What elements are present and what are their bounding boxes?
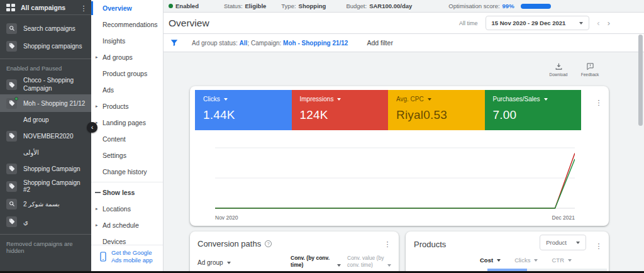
content-area: Download Feedback Clicks 1.44K Impressio… xyxy=(164,53,644,271)
caret-down-icon xyxy=(534,259,538,262)
tag-icon xyxy=(6,181,17,192)
nav-item-settings[interactable]: Settings xyxy=(91,147,163,164)
campaign-item-moh-selected[interactable]: Moh - Shopping 21/12 xyxy=(0,94,91,112)
sidebar-item-shopping-campaigns[interactable]: Shopping campaigns xyxy=(0,37,91,55)
chart-card-kebab-icon[interactable] xyxy=(595,96,602,108)
campaign-item-shopping-campaign[interactable]: Shopping Campaign xyxy=(0,160,91,177)
col-cost[interactable]: Cost xyxy=(480,257,501,264)
tag-icon xyxy=(6,131,17,142)
metric-tile-purchases[interactable]: Purchases/Sales 7.00 xyxy=(485,90,582,130)
filter-label: Campaign: xyxy=(251,40,281,47)
caret-down-icon xyxy=(227,262,231,264)
show-less-button[interactable]: Show less xyxy=(91,184,163,201)
conv-metric-secondary[interactable]: Conv. value (by conv. time) xyxy=(347,255,391,269)
col-label: Cost xyxy=(480,257,493,264)
removed-campaigns-note: Removed campaigns are hidden xyxy=(0,235,91,260)
add-filter-button[interactable]: Add filter xyxy=(367,39,392,47)
nav-label: Ad schedule xyxy=(103,221,139,229)
conv-metric-primary[interactable]: Conv. (by conv. time) xyxy=(291,255,341,269)
nav-item-recommendations[interactable]: Recommendations xyxy=(91,16,163,33)
conversion-paths-kebab-icon[interactable] xyxy=(384,238,391,249)
campaign-item-choco[interactable]: Choco - Shopping Campaign xyxy=(0,75,91,94)
metric-tiles: Clicks 1.44K Impressions 124K Avg. CPC R… xyxy=(195,90,581,130)
metric-tile-avg-cpc[interactable]: Avg. CPC Riyal0.53 xyxy=(388,90,485,130)
page-title: Overview xyxy=(169,18,209,29)
campaign-item-basma[interactable]: بسمة شوكر 2 xyxy=(0,195,91,213)
dimension-selector[interactable]: Ad group xyxy=(197,259,231,266)
caret-down-icon xyxy=(224,98,228,101)
vertical-scrollbar[interactable] xyxy=(638,35,643,126)
campaign-label: Ad group xyxy=(23,116,49,123)
metric-tile-clicks[interactable]: Clicks 1.44K xyxy=(195,90,292,130)
products-columns: Cost Clicks CTR xyxy=(480,257,572,264)
conversion-paths-title: Conversion paths xyxy=(197,239,261,248)
expand-arrow-icon xyxy=(96,206,98,211)
nav-item-ad-groups[interactable]: Ad groups xyxy=(91,49,163,65)
nav-divider xyxy=(91,182,163,182)
products-card: Products Product Cost Clicks CTR xyxy=(406,231,609,271)
nav-item-content[interactable]: Content xyxy=(91,131,163,147)
nav-item-ads[interactable]: Ads xyxy=(91,82,163,98)
filter-bar: Ad group status: All; Campaign: Moh - Sh… xyxy=(164,33,644,52)
x-axis-label-end: Dec 2021 xyxy=(552,214,575,221)
enabled-status: Enabled xyxy=(169,3,199,9)
campaign-item-november2020[interactable]: NOVEMBER2020 xyxy=(0,127,91,145)
budget-segment[interactable]: Budget: SAR100.00/day xyxy=(346,3,412,9)
nav-label: Insights xyxy=(103,37,125,45)
campaign-item-arabic-1[interactable]: الأولى xyxy=(0,145,91,160)
applied-filters[interactable]: Ad group status: All; Campaign: Moh - Sh… xyxy=(192,40,348,47)
campaign-label: بسمة شوكر 2 xyxy=(23,201,60,208)
campaign-label: ي xyxy=(23,218,28,225)
sidebar-item-search-campaigns[interactable]: Search campaigns xyxy=(0,20,91,37)
expand-arrow-icon xyxy=(96,55,98,60)
product-view-selector[interactable]: Product xyxy=(540,235,586,250)
col-ctr[interactable]: CTR xyxy=(552,257,572,264)
page-nav: Overview Recommendations Insights Ad gro… xyxy=(91,0,164,271)
products-kebab-icon[interactable] xyxy=(595,240,602,251)
nav-item-ad-schedule[interactable]: Ad schedule xyxy=(91,217,163,233)
nav-item-product-groups[interactable]: Product groups xyxy=(91,65,163,82)
feedback-button[interactable]: Feedback xyxy=(577,62,602,77)
item-label: Search campaigns xyxy=(23,25,75,32)
col-clicks[interactable]: Clicks xyxy=(514,257,538,264)
sidebar-kebab-icon[interactable] xyxy=(80,2,87,13)
nav-label: Landing pages xyxy=(103,119,146,126)
nav-item-change-history[interactable]: Change history xyxy=(91,164,163,180)
download-icon xyxy=(555,62,563,70)
campaign-label: Moh - Shopping 21/12 xyxy=(23,100,85,107)
metric-sel-label: Conv. (by conv. time) xyxy=(291,255,330,268)
collapse-panel-button[interactable] xyxy=(87,122,97,133)
metric-label: Purchases/Sales xyxy=(493,96,540,103)
item-label: Shopping campaigns xyxy=(23,43,82,50)
nav-item-overview[interactable]: Overview xyxy=(91,0,163,16)
nav-label: Product groups xyxy=(103,70,147,77)
nav-item-insights[interactable]: Insights xyxy=(91,33,163,49)
nav-item-products[interactable]: Products xyxy=(91,98,163,114)
download-button[interactable]: Download xyxy=(546,62,571,77)
ad-group-item[interactable]: Ad group xyxy=(0,112,91,127)
optimisation-segment[interactable]: Optimisation score: 99% xyxy=(448,3,550,9)
caret-down-icon xyxy=(337,264,341,267)
date-range-picker[interactable]: 15 Nov 2020 - 29 Dec 2021 xyxy=(486,16,590,30)
help-icon[interactable] xyxy=(265,240,272,247)
campaign-item-ya[interactable]: ي xyxy=(0,213,91,230)
campaign-label: NOVEMBER2020 xyxy=(23,133,73,140)
type-segment: Type: Shopping xyxy=(281,3,326,9)
nav-item-locations[interactable]: Locations xyxy=(91,201,163,217)
mobile-app-link[interactable]: Get the Google Ads mobile app xyxy=(91,245,163,269)
next-range-chevron-icon[interactable]: › xyxy=(608,19,610,27)
google-ads-app: All campaigns Search campaigns Shopping … xyxy=(0,0,644,273)
tag-icon xyxy=(6,164,17,174)
prev-range-chevron-icon[interactable]: ‹ xyxy=(597,19,599,27)
dimension-value: Ad group xyxy=(197,259,223,266)
optimisation-label: Optimisation score: xyxy=(448,3,499,9)
search-icon xyxy=(6,199,17,209)
metric-value: 7.00 xyxy=(493,108,582,122)
filter-funnel-icon xyxy=(170,38,179,47)
nav-label: Change history xyxy=(103,168,147,176)
all-campaigns-header[interactable]: All campaigns xyxy=(0,0,91,15)
metric-tile-impressions[interactable]: Impressions 124K xyxy=(292,90,389,130)
campaign-item-shopping-campaign-2[interactable]: Shopping Campaign #2 xyxy=(0,177,91,195)
nav-item-landing-pages[interactable]: Landing pages xyxy=(91,114,163,131)
overview-chart-card: Clicks 1.44K Impressions 124K Avg. CPC R… xyxy=(190,86,609,226)
